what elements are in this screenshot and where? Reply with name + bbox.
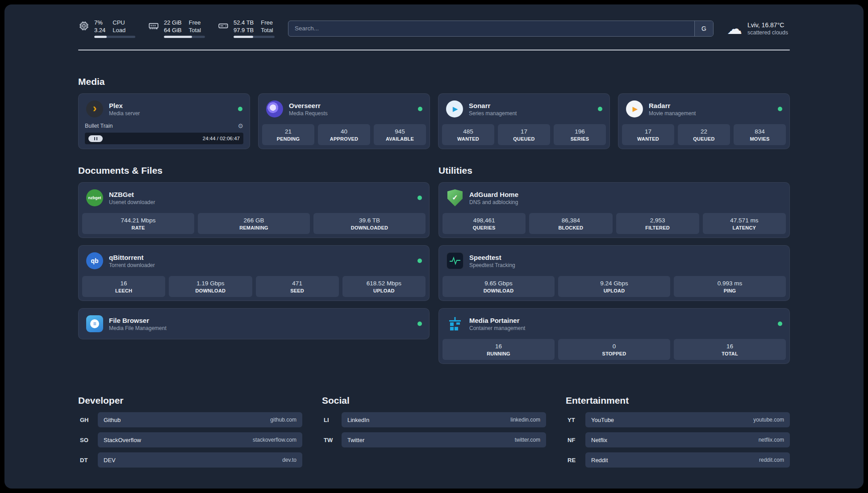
section-documents: Documents & Files nzbget NZBGet Usenet d… <box>78 165 430 364</box>
section-utilities: Utilities ✓ AdGuard Home DNS and adblock… <box>438 165 790 364</box>
disk-free-label: Free <box>261 19 273 26</box>
service-link-speedtest[interactable]: Speedtest Speedtest Tracking <box>442 249 786 272</box>
bookmark-name: Github <box>104 417 121 423</box>
service-title: Speedtest <box>469 254 515 261</box>
service-link-adguard[interactable]: ✓ AdGuard Home DNS and adblocking <box>442 186 786 209</box>
stat-queued: 17 QUEUED <box>498 124 550 145</box>
bookmark-netflix[interactable]: NF Netflix netflix.com <box>566 432 790 447</box>
cpu-load-label: Load <box>113 26 125 34</box>
bookmark-abbr: RE <box>566 457 585 464</box>
service-title: qBittorrent <box>109 254 155 261</box>
section-entertainment: Entertainment YT YouTube youtube.com NF … <box>566 395 790 468</box>
service-title: Radarr <box>649 102 696 109</box>
bookmark-dev[interactable]: DT DEV dev.to <box>78 452 302 468</box>
service-link-radarr[interactable]: ▶ Radarr Movie management <box>622 97 786 121</box>
pause-button[interactable] <box>88 135 103 142</box>
section-title-developer: Developer <box>78 395 302 406</box>
search-input[interactable] <box>288 21 694 36</box>
stat-approved: 40 APPROVED <box>318 124 370 145</box>
stat-leech: 16 LEECH <box>82 276 165 297</box>
plex-card: › Plex Media server Bullet Train ⚙ <box>78 93 250 149</box>
resource-widgets: 7% 3.24 CPU Load <box>78 19 275 38</box>
stat-wanted: 17 WANTED <box>622 124 674 145</box>
stat-filtered: 2,953 FILTERED <box>616 213 699 234</box>
service-link-sonarr[interactable]: ▶ Sonarr Series management <box>442 97 606 121</box>
status-dot <box>778 107 782 111</box>
section-title-utilities: Utilities <box>438 165 790 176</box>
adguard-shield-icon: ✓ <box>447 189 463 206</box>
player-time: 24:44 / 02:06:47 <box>203 136 240 141</box>
stat-seed: 471 SEED <box>256 276 339 297</box>
bookmark-linkedin[interactable]: LI LinkedIn linkedin.com <box>322 412 546 427</box>
dashboard-root: 7% 3.24 CPU Load <box>4 4 864 489</box>
speedtest-card: Speedtest Speedtest Tracking 9.65 Gbps D… <box>438 245 790 301</box>
bookmark-abbr: YT <box>566 417 585 423</box>
nzbget-icon: nzbget <box>86 189 103 206</box>
gear-icon[interactable]: ⚙ <box>238 122 243 130</box>
filebrowser-icon: ≡ <box>86 315 103 332</box>
stat-downloaded: 39.6 TB DOWNLOADED <box>313 213 426 234</box>
status-dot <box>598 107 602 111</box>
stat-remaining: 266 GB REMAINING <box>198 213 310 234</box>
stat-running: 16 RUNNING <box>442 339 555 360</box>
stat-total: 16 TOTAL <box>674 339 786 360</box>
search-bar: G <box>288 21 714 37</box>
search-provider-button[interactable]: G <box>694 21 713 36</box>
bookmark-name: Reddit <box>591 457 608 464</box>
service-link-nzbget[interactable]: nzbget NZBGet Usenet downloader <box>82 186 426 209</box>
cpu-load-value: 3.24 <box>94 26 105 34</box>
speedtest-icon <box>447 252 463 269</box>
bookmark-stackoverflow[interactable]: SO StackOverflow stackoverflow.com <box>78 432 302 447</box>
bookmark-abbr: SO <box>78 437 98 443</box>
cpu-progress-bar <box>94 36 135 38</box>
service-link-filebrowser[interactable]: ≡ File Browser Media File Management <box>82 312 426 335</box>
service-link-plex[interactable]: › Plex Media server <box>82 97 246 121</box>
bookmark-abbr: GH <box>78 417 98 423</box>
radarr-card: ▶ Radarr Movie management 17 WANTED <box>618 93 790 149</box>
service-title: Overseerr <box>289 102 328 109</box>
plex-now-playing: Bullet Train ⚙ 24:44 / 02:06:47 <box>82 121 246 145</box>
cloud-icon: ☁ <box>727 21 742 36</box>
service-subtitle: Series management <box>469 110 517 117</box>
bookmark-name: YouTube <box>591 417 614 423</box>
memory-free-label: Free <box>189 19 201 26</box>
memory-icon <box>148 20 159 32</box>
memory-progress-bar <box>164 36 205 38</box>
qbittorrent-icon: qb <box>86 252 103 269</box>
service-subtitle: Media Requests <box>289 110 328 117</box>
stat-queries: 498,461 QUERIES <box>442 213 526 234</box>
bookmark-reddit[interactable]: RE Reddit reddit.com <box>566 452 790 468</box>
bookmark-youtube[interactable]: YT YouTube youtube.com <box>566 412 790 427</box>
service-subtitle: Torrent downloader <box>109 262 155 268</box>
service-link-qbittorrent[interactable]: qb qBittorrent Torrent downloader <box>82 249 426 272</box>
disk-progress-bar <box>234 36 275 38</box>
service-link-overseerr[interactable]: Overseerr Media Requests <box>262 97 426 121</box>
section-title-documents: Documents & Files <box>78 165 430 176</box>
stat-upload: 9.24 Gbps UPLOAD <box>558 276 670 297</box>
service-title: File Browser <box>109 317 167 324</box>
stat-latency: 47.571 ms LATENCY <box>703 213 786 234</box>
stat-wanted: 485 WANTED <box>442 124 494 145</box>
bookmark-url: stackoverflow.com <box>253 437 296 443</box>
sonarr-card: ▶ Sonarr Series management 485 WANTED <box>438 93 610 149</box>
bookmark-name: LinkedIn <box>347 417 369 423</box>
service-subtitle: Speedtest Tracking <box>469 262 515 268</box>
service-subtitle: Media server <box>109 110 140 117</box>
service-subtitle: DNS and adblocking <box>469 199 518 205</box>
memory-total-value: 64 GiB <box>164 26 182 34</box>
memory-free-value: 22 GiB <box>164 19 182 26</box>
section-developer: Developer GH Github github.com SO StackO… <box>78 395 302 468</box>
section-media: Media › Plex Media server Bullet Tr <box>78 76 790 149</box>
adguard-card: ✓ AdGuard Home DNS and adblocking 498,46… <box>438 182 790 238</box>
weather-location: Lviv, 16.87°C <box>747 21 788 29</box>
service-title: NZBGet <box>109 191 155 198</box>
service-link-portainer[interactable]: Media Portainer Container management <box>442 312 786 335</box>
service-title: Media Portainer <box>469 317 525 324</box>
service-subtitle: Media File Management <box>109 325 167 331</box>
topbar-divider <box>78 50 790 50</box>
bookmark-github[interactable]: GH Github github.com <box>78 412 302 427</box>
radarr-icon: ▶ <box>626 100 643 117</box>
status-dot <box>417 259 422 263</box>
service-title: Plex <box>109 102 140 109</box>
bookmark-twitter[interactable]: TW Twitter twitter.com <box>322 432 546 447</box>
